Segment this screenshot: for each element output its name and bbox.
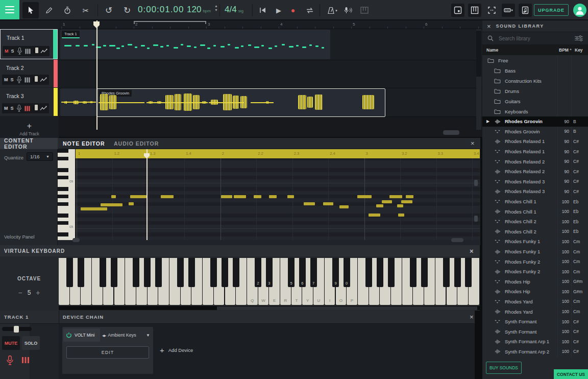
library-sound-row[interactable]: Synth Formant100C# [482,326,588,337]
audio-clip-track3-small[interactable] [60,88,97,116]
play-button[interactable]: ▶ [272,2,286,18]
library-folder-bass[interactable]: Bass [482,65,588,76]
library-folder-free[interactable]: Free [482,55,588,65]
time-display[interactable]: 0:00:01.00 [138,5,184,15]
track-automation-icon[interactable] [40,106,47,111]
editor-panel-toggle[interactable] [451,4,464,17]
track-mute-button[interactable]: M [5,49,9,54]
library-sound-row[interactable]: ▶Rhodes Groovin90B [482,116,588,127]
black-key[interactable] [222,258,228,287]
black-key[interactable] [210,258,217,287]
timeline-ruler[interactable]: 123456 [59,20,482,29]
library-sound-row[interactable]: Rhodes Relaxed 390C# [482,177,588,187]
black-key[interactable] [377,258,383,287]
velocity-panel-label[interactable]: Velocity Panel [4,234,35,240]
piano-roll-note[interactable] [161,195,174,198]
piano-roll-note[interactable] [129,202,134,205]
contact-us-button[interactable]: CONTACT US [554,369,588,379]
arrange-vertical-scroll-handle[interactable] [476,31,481,77]
loop-region-marker[interactable] [134,21,206,24]
library-sound-row[interactable]: Rhodes Relaxed 290C# [482,156,588,167]
audio-clip-rhodes-groovin[interactable]: Rhodes Groovin [97,88,385,117]
black-key[interactable] [66,258,73,287]
octave-minus-button[interactable]: − [18,289,22,296]
search-input[interactable] [498,35,571,42]
black-key[interactable] [133,258,139,287]
library-sound-row[interactable]: Rhodes Funky 2100Cm [482,256,588,267]
track-automation-icon[interactable] [40,77,47,83]
library-folder-construction-kits[interactable]: Construction Kits [482,76,588,86]
sound-library-toggle[interactable] [519,4,532,17]
black-key[interactable]: 7 [310,258,317,287]
close-device-chain-icon[interactable]: × [470,314,474,320]
piano-roll-note[interactable] [130,195,146,198]
piano-roll-note[interactable] [357,195,372,198]
solo-button[interactable]: SOLO [22,336,40,350]
piano-roll-note[interactable] [339,205,349,208]
library-sound-row[interactable]: Rhodes Chill 1100Eb [482,197,588,207]
library-sound-row[interactable]: Synth Formant100C# [482,317,588,327]
bpm-down-icon[interactable]: ▼ [214,8,218,12]
piano-roll-note[interactable] [111,195,116,198]
library-sound-row[interactable]: Rhodes Relaxed 190C# [482,136,588,147]
library-folder-drums[interactable]: Drums [482,86,588,96]
track-mic-icon[interactable] [16,76,22,83]
scissors-tool-button[interactable]: ✂ [78,2,94,18]
track-instrument-icon[interactable] [24,77,30,83]
library-sound-row[interactable]: Rhodes Yard100Cm [482,306,588,317]
power-icon[interactable] [66,332,72,338]
piano-roll-note[interactable] [221,195,232,198]
pan-slider-handle[interactable] [14,326,19,333]
cursor-tool-button[interactable] [22,2,39,18]
edit-device-button[interactable]: EDIT [66,346,149,359]
piano-roll-note[interactable] [401,200,412,203]
black-key[interactable] [365,258,372,287]
undo-button[interactable]: ↺ [101,2,117,18]
black-key[interactable] [188,258,195,287]
library-sound-row[interactable]: Rhodes Relaxed 390C# [482,186,588,197]
virtual-keyboard-toggle[interactable] [468,4,481,17]
black-key[interactable]: 5 [288,258,295,287]
track-volume-slider[interactable] [33,106,37,110]
midi-clip-track1[interactable]: Track 1 [60,30,330,59]
piano-roll-note[interactable] [397,204,403,207]
black-key[interactable] [410,258,416,287]
black-key[interactable] [78,258,84,287]
redo-button[interactable]: ↻ [119,2,135,18]
piano-roll-note[interactable] [398,214,404,217]
main-menu-button[interactable] [0,0,19,19]
track-header-1[interactable]: Track 1MS [0,29,58,59]
track-solo-button[interactable]: S [11,49,14,54]
close-keyboard-icon[interactable]: × [470,248,474,254]
library-sound-row[interactable]: Rhodes Hip100G#m [482,277,588,287]
preset-selector[interactable]: ◀▶ Ambient Keys ▼ [102,328,152,342]
upgrade-button[interactable]: UPGRADE [534,4,569,16]
mute-button[interactable]: MUTE [2,336,20,350]
library-sound-row[interactable]: Rhodes Chill 1100Eb [482,206,588,217]
bpm-up-icon[interactable]: ▲ [214,4,218,8]
editor-vertical-scroll-handle[interactable] [474,216,478,222]
library-folder-guitars[interactable]: Guitars [482,96,588,106]
add-device-button[interactable]: + Add Device [160,346,193,354]
piano-roll-note[interactable] [304,202,315,205]
filter-icon[interactable] [575,35,583,41]
piano-roll-note[interactable] [376,204,383,207]
piano-roll-note[interactable] [269,195,277,198]
piano-roll-grid[interactable] [76,158,480,240]
pencil-tool-button[interactable] [41,2,57,18]
track-mic-icon[interactable] [16,105,22,112]
column-name[interactable]: Name [486,48,498,53]
library-sound-row[interactable]: Rhodes Funky 1100Cm [482,236,588,247]
black-key[interactable] [421,258,428,287]
piano-roll-note[interactable] [81,207,107,210]
track-mute-button[interactable]: M [4,106,8,111]
account-avatar[interactable] [573,4,586,17]
time-signature-display[interactable]: 4/4 sig [225,5,243,15]
library-sound-row[interactable]: Rhodes Funky 1100Cm [482,247,588,257]
black-key[interactable]: 3 [266,258,273,287]
black-key[interactable] [388,258,395,287]
piano-roll-note[interactable] [101,203,122,206]
sig-value[interactable]: 4/4 [225,5,237,15]
library-sound-row[interactable]: Rhodes Hip100G#m [482,287,588,297]
device-power-section[interactable]: VOLT Mini [63,328,100,342]
